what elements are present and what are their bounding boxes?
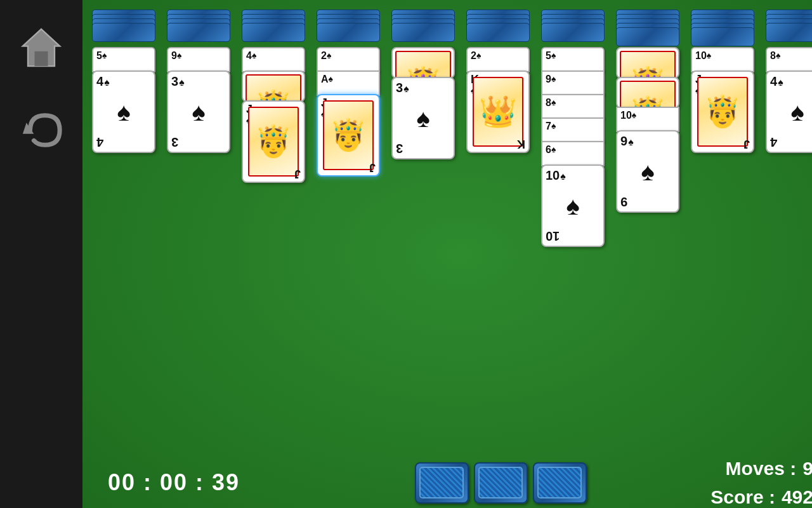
stock-card-3[interactable]: [533, 462, 587, 504]
table-row[interactable]: 2♠: [317, 47, 380, 72]
column-1: 5♠ 4♠ ♠ 4: [89, 10, 159, 153]
table-row[interactable]: 3♠ ♠ 3: [391, 77, 455, 159]
table-row[interactable]: 4♠ ♠ 4: [766, 70, 812, 153]
table-row[interactable]: J ♠ 🤴 J: [242, 100, 305, 183]
table-row[interactable]: J ♠ 🤴: [242, 70, 305, 102]
table-row[interactable]: J ♠ 🤴 J: [691, 70, 754, 153]
table-row[interactable]: J ♠ 🤴: [616, 77, 679, 109]
column-9: 10♠ J ♠ 🤴 J: [688, 10, 757, 153]
table-row[interactable]: 5♠: [92, 47, 155, 72]
table-row[interactable]: Q ♠ 👸: [616, 47, 679, 79]
table-row[interactable]: 7♠: [541, 117, 605, 143]
column-4: 2♠ A♠ J ♠ 🤴 J: [313, 10, 383, 177]
table-row[interactable]: 10♠: [691, 47, 754, 72]
column-7: 5♠ 9♠ 8♠ 7♠ 6♠ 10♠ ♠ 10: [538, 10, 608, 247]
table-row[interactable]: 8♠: [766, 47, 812, 72]
table-row[interactable]: 9♠: [167, 47, 230, 72]
table-row[interactable]: 3♠ ♠ 3: [167, 70, 230, 153]
column-10: 8♠ 4♠ ♠ 4: [763, 10, 812, 153]
column-2: 9♠ 3♠ ♠ 3: [164, 10, 233, 153]
table-row[interactable]: A♠: [317, 70, 380, 96]
table-row[interactable]: 8♠: [541, 94, 605, 119]
sidebar: [0, 0, 82, 508]
table-row[interactable]: Q ♠ 👸: [391, 47, 455, 79]
column-5: Q ♠ 👸 3♠ ♠ 3: [388, 10, 458, 159]
table-row[interactable]: 9♠: [541, 70, 605, 96]
table-row[interactable]: 10♠: [616, 107, 679, 132]
stock-card-1[interactable]: [415, 462, 469, 504]
stock-pile[interactable]: [415, 462, 587, 504]
status-bar: 00 : 00 : 39 Moves : 9 Score : 492: [82, 457, 812, 508]
table-row[interactable]: 4♠ ♠ 4: [92, 70, 155, 153]
table-row[interactable]: 5♠: [541, 47, 605, 72]
undo-button[interactable]: [19, 108, 63, 152]
column-6: 2♠ K ♠ 👑 K: [463, 10, 533, 153]
score-moves: Moves : 9 Score : 492: [710, 454, 812, 508]
column-8: Q ♠ 👸 J ♠ 🤴 10♠ 9♠ ♠ 9: [613, 10, 683, 213]
stock-card-2[interactable]: [474, 462, 528, 504]
table-row[interactable]: K ♠ 👑 K: [466, 70, 530, 153]
moves-label: Moves :: [726, 454, 797, 483]
score-value: 492: [782, 483, 812, 508]
table-row[interactable]: 2♠: [466, 47, 530, 72]
columns-area: 5♠ 4♠ ♠ 4 9♠ 3♠ ♠ 3: [82, 0, 812, 457]
table-row[interactable]: J ♠ 🤴 J: [317, 94, 380, 177]
timer: 00 : 00 : 39: [108, 469, 240, 496]
svg-rect-1: [35, 51, 48, 66]
table-row[interactable]: 6♠: [541, 141, 605, 166]
undo-icon: [19, 108, 63, 152]
home-button[interactable]: [19, 25, 63, 70]
moves-value: 9: [802, 454, 812, 483]
table-row[interactable]: 9♠ ♠ 9: [616, 130, 679, 213]
score-label: Score :: [710, 483, 775, 508]
home-icon: [19, 25, 63, 70]
table-row[interactable]: 4♠: [242, 47, 305, 72]
table-row[interactable]: 10♠ ♠ 10: [541, 164, 605, 247]
column-3: 4♠ J ♠ 🤴 J ♠ 🤴 J: [239, 10, 308, 183]
game-area: 5♠ 4♠ ♠ 4 9♠ 3♠ ♠ 3: [82, 0, 812, 508]
